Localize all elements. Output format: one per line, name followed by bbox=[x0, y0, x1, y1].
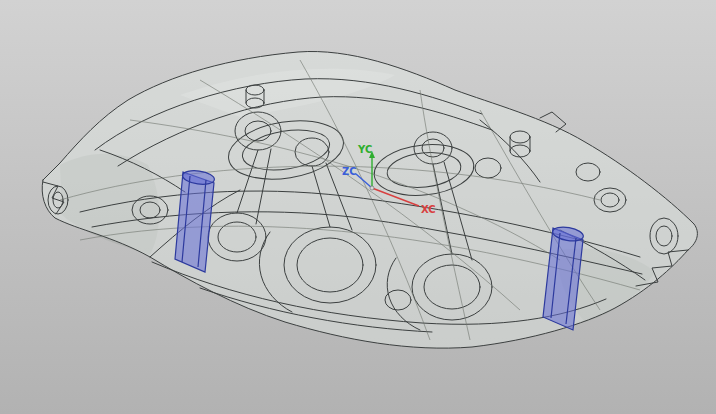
triad-origin bbox=[370, 186, 374, 190]
wireframe-canvas[interactable]: YC ZC XC bbox=[0, 0, 716, 414]
cad-viewport[interactable]: YC ZC XC bbox=[0, 0, 716, 414]
yc-label: YC bbox=[357, 144, 372, 155]
xc-label: XC bbox=[421, 204, 436, 215]
zc-label: ZC bbox=[342, 166, 357, 177]
